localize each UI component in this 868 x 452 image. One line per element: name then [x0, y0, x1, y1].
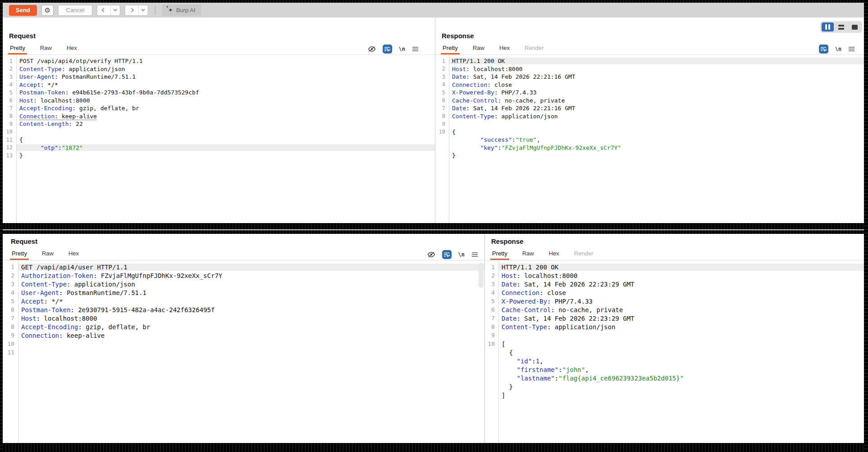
- tab-raw[interactable]: Raw: [39, 45, 53, 54]
- code-line-content[interactable]: Connection: keep-alive: [16, 113, 435, 120]
- settings-button[interactable]: ⚙: [41, 5, 54, 16]
- code-line: "lastname":"flag{api4_ce696239323ea5b2d0…: [485, 374, 864, 382]
- code-line-content[interactable]: HTTP/1.1 200 OK: [449, 58, 864, 64]
- show-newlines-toggle[interactable]: \n: [458, 251, 465, 258]
- code-line-content[interactable]: User-Agent: PostmanRuntime/7.51.1: [16, 73, 435, 80]
- code-line-content[interactable]: Postman-Token: 2e930791-5915-482a-a4ac-2…: [18, 306, 484, 313]
- editor-menu-icon[interactable]: [471, 252, 478, 257]
- code-line-content[interactable]: ]: [498, 392, 864, 399]
- code-line-content[interactable]: Cache-Control: no-cache, private: [449, 97, 864, 104]
- show-newlines-toggle[interactable]: \n: [399, 46, 405, 52]
- request-panel-top: Request PrettyRawHex \n 1POST /vapi/api: [3, 18, 435, 223]
- tab-pretty[interactable]: Pretty: [491, 250, 508, 260]
- code-line-content[interactable]: }: [16, 152, 435, 159]
- tab-hex[interactable]: Hex: [66, 45, 78, 54]
- code-line-content[interactable]: Content-Type: application/json: [16, 66, 435, 72]
- code-line-content[interactable]: Host: localhost:8000: [16, 97, 435, 104]
- code-line-content[interactable]: Connection: close: [449, 81, 864, 88]
- show-newlines-toggle[interactable]: \n: [835, 46, 841, 52]
- code-line-content[interactable]: [: [498, 340, 864, 348]
- code-line-content[interactable]: User-Agent: PostmanRuntime/7.51.1: [18, 289, 484, 296]
- code-line-content[interactable]: Date: Sat, 14 Feb 2026 22:21:16 GMT: [449, 105, 864, 112]
- editor-menu-icon[interactable]: [412, 46, 419, 52]
- layout-rows-button[interactable]: [835, 22, 847, 31]
- editor-menu-icon[interactable]: [848, 46, 855, 52]
- code-line-content[interactable]: }: [449, 152, 864, 159]
- back-history-dropdown[interactable]: [111, 5, 120, 15]
- tab-raw[interactable]: Raw: [521, 250, 535, 260]
- code-line-content[interactable]: Accept: */*: [18, 298, 484, 305]
- code-line-content[interactable]: {: [16, 136, 435, 143]
- burp-ai-button[interactable]: ✦✦ Burp AI: [162, 4, 201, 16]
- code-line-content[interactable]: HTTP/1.1 200 OK: [498, 264, 864, 271]
- code-line-content[interactable]: {: [498, 349, 864, 356]
- line-number: 2: [3, 66, 16, 72]
- code-line: 2Host: localhost:8000: [435, 65, 864, 73]
- code-line-content[interactable]: Date: Sat, 14 Feb 2026 22:21:16 GMT: [449, 73, 864, 80]
- hide-nonprintable-icon[interactable]: [368, 46, 376, 52]
- word-wrap-toggle[interactable]: [819, 45, 828, 54]
- code-line-content[interactable]: Host: localhost:8000: [498, 272, 864, 279]
- code-line-content[interactable]: Accept-Encoding: gzip, deflate, br: [16, 105, 435, 112]
- request-editor[interactable]: 1POST /vapi/api4/otp/verify HTTP/1.12Con…: [3, 55, 435, 223]
- tab-pretty[interactable]: Pretty: [442, 45, 459, 54]
- request-editor[interactable]: 1GET /vapi/api4/user HTTP/1.12Authorizat…: [5, 261, 484, 443]
- layout-single-button[interactable]: [849, 22, 861, 31]
- code-line-content[interactable]: "firstname":"john",: [498, 366, 864, 373]
- word-wrap-toggle[interactable]: [383, 45, 392, 54]
- code-line-content[interactable]: Content-Type: application/json: [18, 281, 484, 288]
- code-line-content[interactable]: Host: localhost:8000: [18, 315, 484, 322]
- tab-hex[interactable]: Hex: [498, 45, 511, 54]
- code-line-content[interactable]: Cache-Control: no-cache, private: [498, 306, 864, 313]
- tab-render[interactable]: Render: [573, 250, 594, 260]
- back-button[interactable]: [97, 5, 111, 15]
- code-line-content[interactable]: X-Powered-By: PHP/7.4.33: [449, 89, 864, 96]
- code-line: 8Content-Type: application/json: [435, 112, 864, 121]
- code-line-content[interactable]: "lastname":"flag{api4_ce696239323ea5b2d0…: [498, 375, 864, 382]
- panel-title: Request: [11, 237, 37, 245]
- tab-pretty[interactable]: Pretty: [11, 250, 28, 260]
- vertical-scrollbar[interactable]: [479, 263, 484, 288]
- word-wrap-toggle[interactable]: [442, 250, 452, 259]
- word-wrap-icon: [384, 46, 390, 52]
- line-number: 11: [3, 137, 16, 143]
- code-line-content[interactable]: {: [449, 129, 864, 135]
- tab-raw[interactable]: Raw: [41, 250, 54, 260]
- code-line-content[interactable]: POST /vapi/api4/otp/verify HTTP/1.1: [16, 58, 435, 64]
- tab-render[interactable]: Render: [524, 45, 545, 54]
- code-line-content[interactable]: Connection: close: [498, 289, 864, 296]
- code-line: 4Connection: close: [485, 288, 864, 297]
- tab-raw[interactable]: Raw: [472, 45, 485, 54]
- layout-columns-button[interactable]: [822, 22, 834, 31]
- response-editor[interactable]: 1HTTP/1.1 200 OK2Host: localhost:80003Da…: [485, 261, 864, 443]
- tab-pretty[interactable]: Pretty: [9, 45, 26, 54]
- response-editor[interactable]: 1HTTP/1.1 200 OK2Host: localhost:80003Da…: [435, 55, 864, 223]
- code-line-content[interactable]: Authorization-Token: FZvjaFlMgUfnpFJDhKx…: [18, 272, 484, 279]
- code-line-content[interactable]: "otp":"1872": [16, 144, 435, 151]
- code-line: 5X-Powered-By: PHP/7.4.33: [435, 89, 864, 97]
- cancel-button[interactable]: Cancel: [58, 5, 92, 16]
- hide-nonprintable-icon[interactable]: [427, 251, 435, 258]
- chevron-down-icon: [141, 8, 145, 11]
- code-line-content[interactable]: Postman-Token: e94b615e-2793-43bf-9b0a-7…: [16, 89, 435, 96]
- code-line-content[interactable]: "id":1,: [498, 358, 864, 365]
- code-line-content[interactable]: Content-Length: 22: [16, 121, 435, 127]
- code-line-content[interactable]: GET /vapi/api4/user HTTP/1.1: [18, 264, 484, 271]
- tab-hex[interactable]: Hex: [68, 250, 80, 260]
- code-line-content[interactable]: Date: Sat, 14 Feb 2026 22:23:29 GMT: [498, 315, 864, 322]
- code-line-content[interactable]: Content-Type: application/json: [449, 113, 864, 120]
- code-line-content[interactable]: Connection: keep-alive: [18, 332, 484, 339]
- code-line-content[interactable]: Content-Type: application/json: [498, 323, 864, 331]
- send-button[interactable]: Send: [9, 5, 37, 16]
- code-line-content[interactable]: Accept-Encoding: gzip, deflate, br: [18, 323, 484, 331]
- forward-history-dropdown[interactable]: [139, 5, 148, 15]
- tab-hex[interactable]: Hex: [548, 250, 560, 260]
- code-line-content[interactable]: "success":"true",: [449, 136, 864, 143]
- forward-button[interactable]: [125, 5, 139, 15]
- code-line-content[interactable]: Date: Sat, 14 Feb 2026 22:23:29 GMT: [498, 281, 864, 288]
- code-line-content[interactable]: "key":"FZvjaFlMgUfnpFJDhKx-92xeXx_sCr7Y": [449, 144, 864, 151]
- code-line-content[interactable]: Host: localhost:8000: [449, 66, 864, 72]
- code-line-content[interactable]: X-Powered-By: PHP/7.4.33: [498, 298, 864, 305]
- code-line-content[interactable]: }: [498, 383, 864, 390]
- code-line-content[interactable]: Accept: */*: [16, 81, 435, 88]
